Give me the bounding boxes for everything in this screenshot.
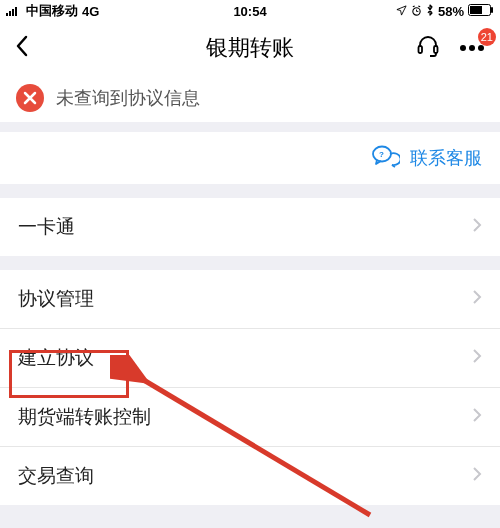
bluetooth-icon xyxy=(426,4,434,19)
chat-icon: ? xyxy=(372,144,400,172)
chevron-right-icon xyxy=(472,466,482,486)
svg-rect-1 xyxy=(9,11,11,16)
carrier-label: 中国移动 xyxy=(26,2,78,20)
menu-item-transfer-control[interactable]: 期货端转账控制 xyxy=(0,388,500,447)
error-banner: 未查询到协议信息 xyxy=(0,74,500,122)
svg-text:?: ? xyxy=(379,150,384,159)
menu-item-protocol-manage[interactable]: 协议管理 xyxy=(0,270,500,329)
back-button[interactable] xyxy=(14,34,30,62)
menu-label: 期货端转账控制 xyxy=(18,404,151,430)
battery-pct: 58% xyxy=(438,4,464,19)
contact-support-label: 联系客服 xyxy=(410,146,482,170)
menu-item-create-protocol[interactable]: 建立协议 xyxy=(0,329,500,388)
status-bar: 中国移动 4G 10:54 58% xyxy=(0,0,500,22)
more-button[interactable]: 21 xyxy=(458,38,486,58)
network-label: 4G xyxy=(82,4,99,19)
chevron-right-icon xyxy=(472,407,482,427)
location-icon xyxy=(396,4,407,19)
notification-badge: 21 xyxy=(478,28,496,46)
alarm-icon xyxy=(411,4,422,19)
chevron-right-icon xyxy=(472,348,482,368)
menu-label: 一卡通 xyxy=(18,214,75,240)
status-left: 中国移动 4G xyxy=(6,2,99,20)
menu-group-1: 一卡通 xyxy=(0,198,500,256)
svg-point-10 xyxy=(460,45,466,51)
menu-item-trade-query[interactable]: 交易查询 xyxy=(0,447,500,505)
chevron-right-icon xyxy=(472,289,482,309)
svg-rect-9 xyxy=(434,46,438,53)
menu-item-card[interactable]: 一卡通 xyxy=(0,198,500,256)
svg-point-12 xyxy=(478,45,484,51)
menu-group-2: 协议管理 建立协议 期货端转账控制 交易查询 xyxy=(0,270,500,505)
svg-point-11 xyxy=(469,45,475,51)
svg-rect-3 xyxy=(15,7,17,16)
svg-rect-2 xyxy=(12,9,14,16)
svg-rect-0 xyxy=(6,13,8,16)
headset-icon[interactable] xyxy=(416,34,440,62)
svg-rect-7 xyxy=(491,7,493,13)
battery-icon xyxy=(468,4,494,19)
svg-rect-6 xyxy=(470,6,482,14)
contact-support-row[interactable]: ? 联系客服 xyxy=(0,132,500,184)
chevron-right-icon xyxy=(472,217,482,237)
close-icon xyxy=(16,84,44,112)
menu-label: 交易查询 xyxy=(18,463,94,489)
nav-bar: 银期转账 21 xyxy=(0,22,500,74)
menu-label: 建立协议 xyxy=(18,345,94,371)
status-right: 58% xyxy=(396,4,494,19)
svg-rect-8 xyxy=(419,46,423,53)
signal-icon xyxy=(6,4,22,19)
error-message: 未查询到协议信息 xyxy=(56,86,200,110)
menu-label: 协议管理 xyxy=(18,286,94,312)
